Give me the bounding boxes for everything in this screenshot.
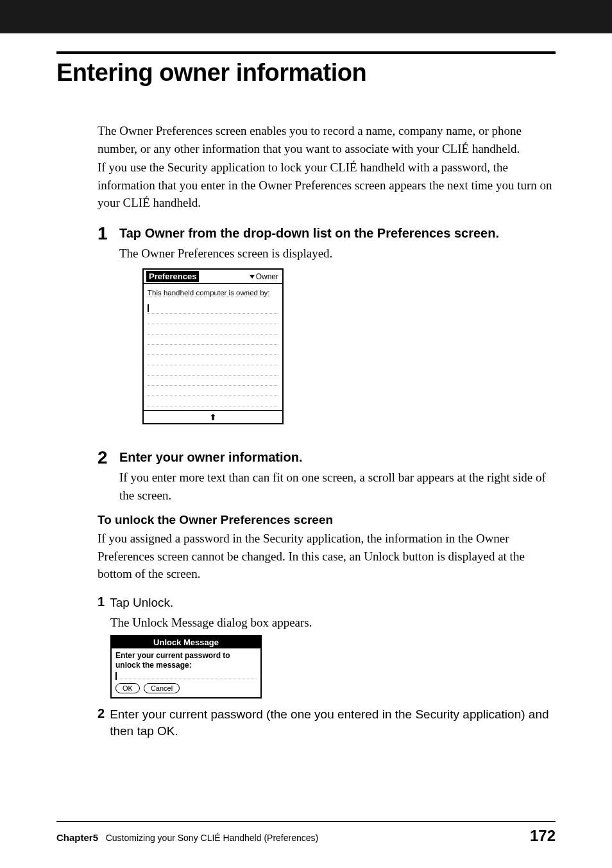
owned-by-label: This handheld computer is owned by: <box>148 289 270 297</box>
step-heading: Enter your owner information. <box>119 449 556 466</box>
cancel-button[interactable]: Cancel <box>144 683 180 693</box>
step-heading: Tap Owner from the drop-down list on the… <box>119 225 556 242</box>
title-rule: Entering owner information <box>56 51 556 87</box>
top-black-bar <box>0 0 612 33</box>
unlock-dialog-title: Unlock Message <box>112 636 260 648</box>
step-body: If you enter more text than can fit on o… <box>119 469 556 504</box>
unlock-section-body: If you assigned a password in the Securi… <box>98 530 556 583</box>
chevron-down-icon <box>250 275 255 279</box>
intro-text: The Owner Preferences screen enables you… <box>98 122 556 212</box>
prefs-dropdown-label: Owner <box>256 272 278 281</box>
prefs-title: Preferences <box>146 271 199 282</box>
unlock-section-heading: To unlock the Owner Preferences screen <box>98 513 556 527</box>
intro-paragraph-1: The Owner Preferences screen enables you… <box>98 122 556 157</box>
substep-number: 1 <box>98 595 105 609</box>
substep-2: 2 Enter your current password (the one y… <box>98 706 556 739</box>
prefs-dropdown[interactable]: Owner <box>250 272 278 281</box>
home-icon[interactable]: ⬆ <box>210 413 216 422</box>
page-title: Entering owner information <box>56 59 556 87</box>
substep-number: 2 <box>98 706 105 721</box>
step-2: 2 Enter your owner information. If you e… <box>98 449 556 504</box>
substep-heading: Enter your current password (the one you… <box>110 706 556 739</box>
substep-1: 1 Tap Unlock. <box>98 595 556 611</box>
page-footer: Chapter5 Customizing your Sony CLIÉ Hand… <box>56 821 556 845</box>
text-cursor <box>148 304 149 312</box>
ok-button[interactable]: OK <box>115 683 140 693</box>
preferences-screenshot: Preferences Owner This handheld computer… <box>142 268 284 424</box>
page-number: 172 <box>530 827 556 845</box>
owner-text-area[interactable] <box>148 304 278 406</box>
footer-chapter: Chapter5 <box>56 832 98 843</box>
intro-paragraph-2: If you use the Security application to l… <box>98 159 556 212</box>
footer-subtitle: Customizing your Sony CLIÉ Handheld (Pre… <box>106 833 319 843</box>
step-1: 1 Tap Owner from the drop-down list on t… <box>98 225 556 440</box>
step-number: 2 <box>98 449 110 467</box>
substep-body: The Unlock Message dialog box appears. <box>110 614 556 632</box>
password-input[interactable] <box>115 672 257 679</box>
unlock-dialog-screenshot: Unlock Message Enter your current passwo… <box>110 635 262 699</box>
unlock-dialog-prompt: Enter your current password to unlock th… <box>115 651 257 670</box>
text-cursor <box>115 672 117 680</box>
substep-heading: Tap Unlock. <box>110 595 556 611</box>
step-number: 1 <box>98 225 110 243</box>
step-body: The Owner Preferences screen is displaye… <box>119 245 556 263</box>
